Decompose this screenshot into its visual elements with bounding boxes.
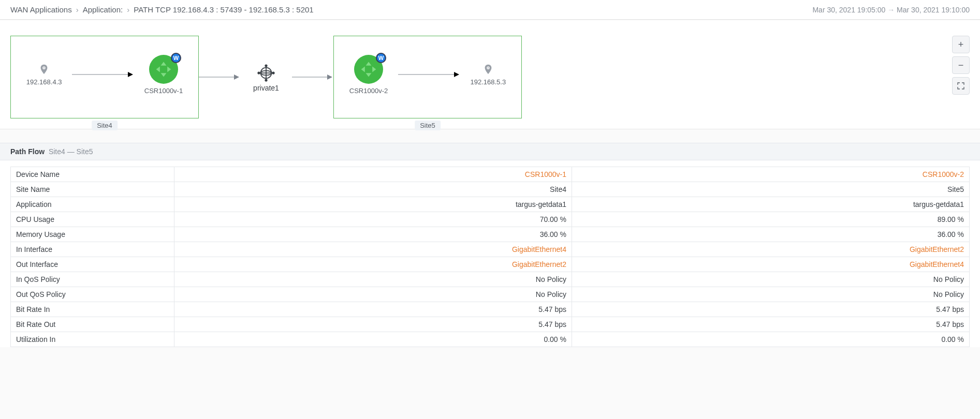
- link-arrow-icon: [72, 69, 134, 80]
- chevron-right-icon: ›: [76, 5, 79, 14]
- router-icon: W: [149, 55, 178, 84]
- row-value-device1[interactable]: GigabitEthernet4: [174, 242, 572, 257]
- row-value-device2: No Policy: [572, 272, 970, 287]
- svg-marker-3: [161, 62, 167, 65]
- router-name-label: CSR1000v-1: [144, 87, 183, 95]
- table-row: Bit Rate Out5.47 bps5.47 bps: [11, 317, 970, 332]
- router-icon: W: [354, 55, 383, 84]
- host-node[interactable]: 192.168.4.3: [26, 64, 62, 86]
- svg-marker-20: [327, 74, 332, 80]
- topology-canvas[interactable]: + − 192.168.4.3: [0, 20, 980, 129]
- row-label: Application: [11, 197, 174, 212]
- panel-title: Path Flow: [10, 147, 45, 156]
- svg-marker-8: [234, 74, 239, 80]
- row-value-device2: 0.00 %: [572, 332, 970, 347]
- zoom-in-button[interactable]: +: [952, 36, 970, 53]
- waas-badge-icon: W: [376, 53, 386, 63]
- svg-marker-5: [156, 66, 160, 72]
- table-row: Device NameCSR1000v-1CSR1000v-2: [11, 167, 970, 182]
- row-label: Device Name: [11, 167, 174, 182]
- row-value-device2: No Policy: [572, 287, 970, 302]
- svg-marker-21: [366, 62, 372, 65]
- table-row: Utilization In0.00 %0.00 %: [11, 332, 970, 347]
- svg-marker-26: [454, 72, 459, 77]
- table-row: Out InterfaceGigabitEthernet2GigabitEthe…: [11, 257, 970, 272]
- path-flow-header: Path Flow Site4 — Site5: [0, 143, 980, 160]
- host-ip-label: 192.168.5.3: [471, 78, 506, 86]
- row-label: Bit Rate In: [11, 302, 174, 317]
- row-value-device2[interactable]: GigabitEthernet2: [572, 242, 970, 257]
- row-value-device2: 89.00 %: [572, 212, 970, 227]
- breadcrumb-path-title: PATH TCP 192.168.4.3 : 57439 - 192.168.5…: [134, 5, 313, 14]
- site-box[interactable]: W CSR1000v-2 192.168.5.3 Site5: [333, 36, 522, 118]
- row-label: Out QoS Policy: [11, 287, 174, 302]
- host-node[interactable]: 192.168.5.3: [471, 64, 506, 86]
- site-container-site5: W CSR1000v-2 192.168.5.3 Site5: [333, 36, 522, 118]
- row-value-device1: Site4: [174, 182, 572, 197]
- path-flow-table-area: Device NameCSR1000v-1CSR1000v-2Site Name…: [0, 160, 980, 347]
- table-row: Bit Rate In5.47 bps5.47 bps: [11, 302, 970, 317]
- topology-link: [199, 36, 240, 118]
- row-value-device2: 5.47 bps: [572, 302, 970, 317]
- row-label: In Interface: [11, 242, 174, 257]
- transport-node[interactable]: private1: [240, 36, 292, 118]
- chevron-right-icon: ›: [127, 5, 129, 14]
- expand-icon: [957, 82, 965, 90]
- panel-subtitle-text: Site4 — Site5: [49, 147, 93, 156]
- svg-marker-22: [366, 73, 372, 77]
- row-value-device1: 0.00 %: [174, 332, 572, 347]
- row-value-device1: No Policy: [174, 287, 572, 302]
- breadcrumb: WAN Applications › Application: › PATH T…: [10, 5, 314, 14]
- time-from: Mar 30, 2021 19:05:00: [812, 6, 885, 14]
- row-value-device1: No Policy: [174, 272, 572, 287]
- router-name-label: CSR1000v-2: [349, 87, 388, 95]
- row-value-device1: 70.00 %: [174, 212, 572, 227]
- router-node[interactable]: W CSR1000v-1: [144, 55, 183, 95]
- site-container-site4: 192.168.4.3 W: [10, 36, 199, 118]
- row-value-device1[interactable]: GigabitEthernet2: [174, 257, 572, 272]
- zoom-out-button[interactable]: −: [952, 56, 970, 74]
- row-value-device2: 5.47 bps: [572, 317, 970, 332]
- svg-marker-23: [361, 66, 365, 72]
- row-value-device2[interactable]: CSR1000v-2: [572, 167, 970, 182]
- table-row: In InterfaceGigabitEthernet4GigabitEther…: [11, 242, 970, 257]
- table-row: Out QoS PolicyNo PolicyNo Policy: [11, 287, 970, 302]
- site-label: Site5: [415, 121, 441, 130]
- svg-marker-4: [161, 73, 167, 77]
- site-label: Site4: [92, 121, 118, 130]
- row-value-device2[interactable]: GigabitEthernet4: [572, 257, 970, 272]
- svg-marker-24: [372, 66, 376, 72]
- fit-screen-button[interactable]: [952, 77, 970, 95]
- breadcrumb-app[interactable]: Application:: [83, 5, 123, 14]
- table-row: Applicationtargus-getdata1targus-getdata…: [11, 197, 970, 212]
- row-value-device2: targus-getdata1: [572, 197, 970, 212]
- svg-marker-2: [128, 72, 133, 77]
- link-arrow-icon: [398, 69, 460, 80]
- topology-controls: + −: [952, 36, 970, 95]
- breadcrumb-root[interactable]: WAN Applications: [10, 5, 72, 14]
- row-label: Site Name: [11, 182, 174, 197]
- table-row: In QoS PolicyNo PolicyNo Policy: [11, 272, 970, 287]
- row-value-device2: Site5: [572, 182, 970, 197]
- transport-label: private1: [253, 84, 279, 92]
- host-pin-icon: [38, 64, 50, 75]
- row-value-device2: 36.00 %: [572, 227, 970, 242]
- table-row: Site NameSite4Site5: [11, 182, 970, 197]
- waas-badge-icon: W: [171, 53, 181, 63]
- row-value-device1: 36.00 %: [174, 227, 572, 242]
- row-label: Utilization In: [11, 332, 174, 347]
- arrow-right-icon: →: [887, 6, 897, 14]
- row-label: Memory Usage: [11, 227, 174, 242]
- site-box[interactable]: 192.168.4.3 W: [10, 36, 199, 118]
- router-node[interactable]: W CSR1000v-2: [349, 55, 388, 95]
- row-label: CPU Usage: [11, 212, 174, 227]
- time-range[interactable]: Mar 30, 2021 19:05:00 → Mar 30, 2021 19:…: [812, 6, 970, 14]
- row-value-device1[interactable]: CSR1000v-1: [174, 167, 572, 182]
- row-value-device1: targus-getdata1: [174, 197, 572, 212]
- time-to: Mar 30, 2021 19:10:00: [897, 6, 970, 14]
- host-ip-label: 192.168.4.3: [26, 78, 62, 86]
- host-pin-icon: [482, 64, 494, 75]
- table-row: Memory Usage36.00 %36.00 %: [11, 227, 970, 242]
- svg-marker-6: [167, 66, 171, 72]
- topology-link: [292, 36, 333, 118]
